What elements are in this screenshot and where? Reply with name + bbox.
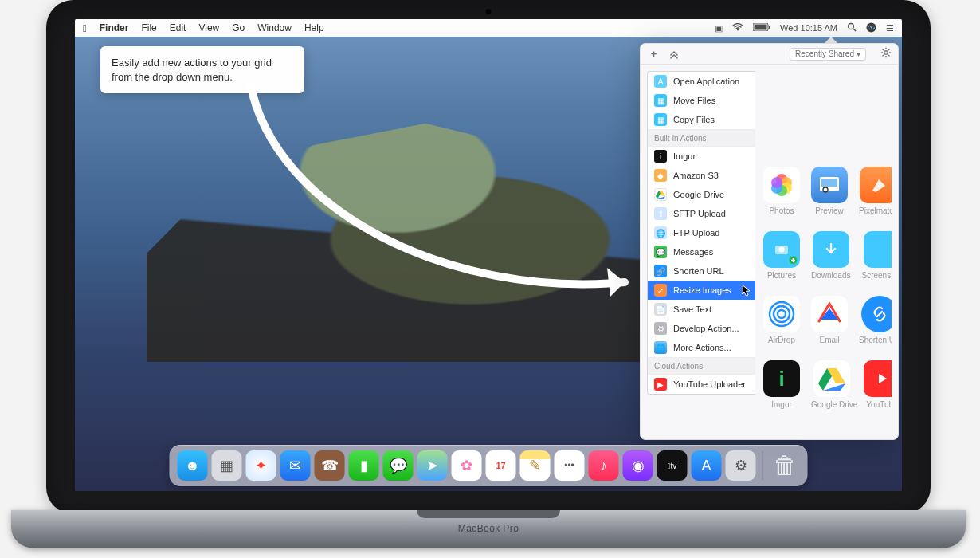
- tile-email[interactable]: Email: [811, 296, 848, 344]
- app-name[interactable]: Finder: [100, 22, 129, 33]
- dock-photos[interactable]: ✿: [452, 450, 482, 481]
- folder-icon: ▦: [654, 94, 667, 107]
- dock-separator: [762, 451, 763, 480]
- dock-reminders[interactable]: •••: [555, 450, 585, 481]
- menu-ftp-upload[interactable]: 🌐FTP Upload: [648, 223, 755, 242]
- menu-youtube-uploader[interactable]: ▶YouTube Uploader: [648, 375, 755, 394]
- filter-dropdown[interactable]: Recently Shared ▾: [790, 48, 866, 61]
- menu-open-application[interactable]: AOpen Application: [648, 72, 755, 91]
- tile-preview[interactable]: Preview: [811, 167, 848, 215]
- tile-pictures[interactable]: Pictures: [763, 231, 800, 280]
- collapse-button[interactable]: [667, 47, 680, 61]
- svg-marker-38: [879, 374, 887, 383]
- tile-youtube[interactable]: YouTube: [864, 360, 892, 409]
- menu-messages[interactable]: 💬Messages: [648, 242, 755, 261]
- dock-contacts[interactable]: ☎: [315, 450, 345, 481]
- photos-icon: [763, 167, 800, 203]
- camera: [486, 9, 492, 14]
- dock-messages[interactable]: 💬: [383, 450, 414, 481]
- siri-icon[interactable]: [866, 22, 876, 34]
- mac-menubar:  Finder File Edit View Go Window Help ▣: [75, 19, 902, 37]
- svg-rect-27: [821, 179, 837, 187]
- dock-music[interactable]: ♪: [589, 450, 619, 481]
- filter-label: Recently Shared: [795, 49, 854, 58]
- menu-save-text[interactable]: 📄Save Text: [648, 300, 755, 319]
- folder-screenshots-icon: [864, 231, 892, 268]
- dropzone-panel: + Recently Shared ▾ AOpen Application ▦M…: [640, 43, 899, 440]
- clock[interactable]: Wed 10:15 AM: [780, 23, 837, 33]
- menu-google-drive[interactable]: Google Drive: [648, 185, 755, 204]
- svg-point-32: [778, 310, 786, 318]
- dock-tv[interactable]: tv: [657, 450, 688, 481]
- laptop-brand-label: MacBook Pro: [458, 523, 519, 534]
- youtube-icon: ▶: [654, 378, 667, 391]
- menu-move-files[interactable]: ▦Move Files: [648, 91, 755, 110]
- actions-grid: Photos Preview Pixelmator Pictures Downl…: [760, 71, 892, 433]
- svg-point-8: [884, 51, 888, 54]
- upload-icon: ⇧: [654, 207, 667, 220]
- tile-pixelmator[interactable]: Pixelmator: [859, 167, 892, 215]
- screen-mirror-icon[interactable]: ▣: [715, 23, 723, 33]
- tile-photos[interactable]: Photos: [763, 167, 800, 215]
- svg-rect-2: [769, 26, 770, 29]
- dock-appstore[interactable]: A: [692, 450, 722, 481]
- dock-facetime[interactable]: ▮: [349, 450, 379, 481]
- tile-airdrop[interactable]: AirDrop: [763, 296, 800, 344]
- menu-file[interactable]: File: [141, 22, 156, 33]
- menu-help[interactable]: Help: [304, 22, 324, 33]
- tile-imgur[interactable]: iImgur: [763, 360, 800, 409]
- menu-go[interactable]: Go: [232, 22, 245, 33]
- menu-window[interactable]: Window: [257, 22, 292, 33]
- preview-icon: [811, 167, 848, 203]
- apple-menu-icon[interactable]: : [83, 22, 87, 34]
- google-drive-icon: [654, 188, 667, 201]
- menu-develop-action[interactable]: ⚙Develop Action...: [648, 319, 755, 338]
- menu-copy-files[interactable]: ▦Copy Files: [648, 110, 755, 129]
- shorten-url-icon: [861, 296, 892, 332]
- dock-podcasts[interactable]: ◉: [623, 450, 653, 481]
- dock-mail[interactable]: ✉: [280, 450, 311, 481]
- wallpaper-island: [147, 91, 704, 362]
- link-icon: 🔗: [654, 265, 667, 277]
- menubar-status: ▣ Wed 10:15 AM ☰: [715, 22, 894, 34]
- tile-downloads[interactable]: Downloads: [811, 231, 850, 280]
- instruction-tooltip: Easily add new actions to your grid from…: [100, 46, 304, 93]
- menu-more-actions[interactable]: 🌐More Actions...: [648, 338, 755, 357]
- tile-google-drive[interactable]: Google Drive: [811, 360, 853, 409]
- menu-sftp-upload[interactable]: ⇧SFTP Upload: [648, 204, 755, 223]
- aws-icon: ◆: [654, 169, 667, 182]
- menu-edit[interactable]: Edit: [170, 22, 186, 33]
- imgur-icon: i: [654, 150, 667, 163]
- dock-safari[interactable]: ✦: [246, 450, 276, 481]
- svg-line-15: [888, 49, 890, 51]
- tooltip-text: Easily add new actions to your grid from…: [112, 57, 272, 83]
- dock-maps[interactable]: ➤: [417, 450, 448, 481]
- actions-dropdown-menu: AOpen Application ▦Move Files ▦Copy File…: [647, 71, 755, 395]
- wifi-icon[interactable]: [732, 23, 743, 33]
- globe-upload-icon: 🌐: [654, 226, 667, 239]
- spotlight-icon[interactable]: [847, 22, 857, 33]
- laptop-frame:  Finder File Edit View Go Window Help ▣: [46, 0, 931, 558]
- dock-finder[interactable]: ☻: [178, 450, 208, 481]
- folder-downloads-icon: [813, 231, 849, 268]
- svg-line-14: [888, 55, 890, 57]
- menu-imgur[interactable]: iImgur: [648, 147, 755, 166]
- menu-resize-images[interactable]: ⤢Resize Images: [648, 281, 755, 300]
- settings-button[interactable]: [880, 47, 892, 61]
- dock-notes[interactable]: ✎: [520, 450, 551, 481]
- section-cloud-header: Cloud Actions: [648, 357, 755, 375]
- dock-launchpad[interactable]: ▦: [212, 450, 242, 481]
- menu-amazon-s3[interactable]: ◆Amazon S3: [648, 166, 755, 185]
- menu-shorten-url[interactable]: 🔗Shorten URL: [648, 261, 755, 281]
- google-drive-tile-icon: [813, 360, 850, 397]
- notification-center-icon[interactable]: ☰: [886, 23, 894, 33]
- menu-view[interactable]: View: [198, 22, 219, 33]
- tile-shorten-url[interactable]: Shorten URL: [859, 296, 892, 344]
- laptop-hinge: [417, 510, 560, 518]
- tile-screenshots[interactable]: Screenshots: [861, 231, 892, 280]
- add-action-button[interactable]: +: [647, 47, 661, 61]
- dock-trash[interactable]: 🗑: [770, 450, 800, 481]
- battery-icon[interactable]: [753, 23, 770, 33]
- dock-settings[interactable]: ⚙: [726, 450, 756, 481]
- dock-calendar[interactable]: 17: [486, 450, 516, 481]
